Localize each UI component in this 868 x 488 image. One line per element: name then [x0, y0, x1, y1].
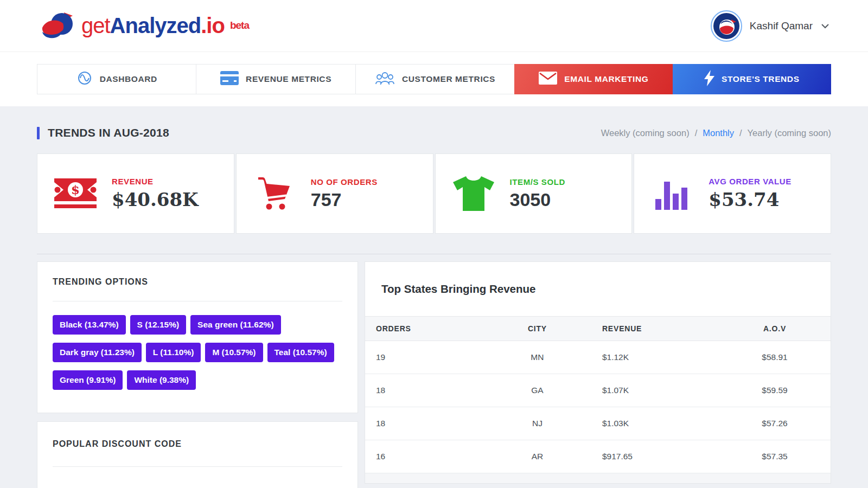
stat-value: 3050	[510, 189, 565, 210]
table-row: 18 NJ $1.03K $57.26	[365, 407, 831, 440]
wordmark-io: .io	[201, 14, 225, 38]
col-aov: A.O.V	[719, 317, 831, 341]
trending-options-title: TRENDING OPTIONS	[53, 277, 342, 287]
beta-badge: beta	[230, 20, 249, 31]
wordmark: getAnalyzed.io beta	[81, 14, 249, 38]
users-icon	[375, 71, 395, 88]
stat-label: AVG ORDER VALUE	[709, 177, 792, 186]
app-logo[interactable]: getAnalyzed.io beta	[40, 10, 249, 42]
cell-revenue: $1.12K	[598, 341, 719, 374]
popular-discount-card: POPULAR DISCOUNT CODE	[37, 421, 358, 488]
period-switcher: Weekly (coming soon) / Monthly / Yearly …	[601, 128, 831, 138]
tab-label: CUSTOMER METRICS	[402, 74, 495, 84]
cell-revenue: $1.03K	[598, 407, 719, 440]
tab-email-marketing[interactable]: EMAIL MARKETING	[514, 64, 673, 94]
nav-band: DASHBOARD REVENUE METRICS	[0, 52, 868, 106]
col-revenue: REVENUE	[598, 317, 719, 341]
user-menu[interactable]: Kashif Qamar	[711, 10, 829, 42]
trending-tag: Sea green (11.62%)	[190, 315, 280, 335]
nav-tabs: DASHBOARD REVENUE METRICS	[37, 64, 831, 94]
table-row-partial	[365, 473, 831, 483]
stat-label: REVENUE	[112, 177, 199, 186]
page-title-text: TRENDS IN AUG-2018	[48, 126, 169, 139]
period-separator: /	[739, 128, 742, 138]
stat-card-aov: AVG ORDER VALUE $53.74	[634, 153, 831, 234]
col-orders: ORDERS	[365, 317, 477, 341]
trending-tag: Dark gray (11.23%)	[53, 343, 142, 362]
stat-label: ITEM/S SOLD	[510, 177, 565, 187]
trending-options-card: TRENDING OPTIONS Black (13.47%) S (12.15…	[37, 261, 358, 413]
popular-discount-title: POPULAR DISCOUNT CODE	[53, 439, 342, 449]
cell-aov: $59.59	[719, 374, 831, 407]
trending-tags: Black (13.47%) S (12.15%) Sea green (11.…	[53, 315, 342, 390]
cell-city: AR	[477, 440, 598, 473]
table-row: 19 MN $1.12K $58.91	[365, 341, 831, 374]
app-header: getAnalyzed.io beta Kashif Qamar	[0, 0, 868, 52]
tab-label: REVENUE METRICS	[246, 74, 331, 84]
cell-city: NJ	[477, 407, 598, 440]
tab-stores-trends[interactable]: STORE'S TRENDS	[673, 64, 831, 94]
period-yearly[interactable]: Yearly (coming soon)	[748, 128, 831, 138]
wordmark-analyzed: Analyzed	[110, 14, 201, 38]
trending-tag: White (9.38%)	[127, 370, 196, 390]
panel-divider	[53, 466, 342, 467]
right-column: Top States Bringing Revenue ORDERS CITY …	[365, 261, 831, 484]
section-divider	[37, 254, 831, 254]
pulse-icon	[76, 70, 93, 88]
tab-label: EMAIL MARKETING	[564, 74, 648, 84]
main-content: TRENDS IN AUG-2018 Weekly (coming soon) …	[0, 126, 868, 488]
top-states-title-wrap: Top States Bringing Revenue	[365, 262, 831, 316]
top-states-title: Top States Bringing Revenue	[381, 282, 535, 296]
stat-value: 757	[311, 189, 378, 210]
envelope-icon	[539, 72, 557, 87]
cell-orders: 18	[365, 407, 477, 440]
tshirt-icon	[450, 175, 497, 212]
tab-dashboard[interactable]: DASHBOARD	[37, 64, 196, 94]
tab-revenue-metrics[interactable]: REVENUE METRICS	[196, 64, 355, 94]
period-monthly[interactable]: Monthly	[703, 128, 734, 138]
cell-orders: 16	[365, 440, 477, 473]
stat-label: NO OF ORDERS	[311, 177, 378, 187]
trending-tag: Green (9.91%)	[53, 370, 123, 390]
cell-revenue: $1.07K	[598, 374, 719, 407]
stat-card-items-sold: ITEM/S SOLD 3050	[435, 153, 633, 234]
left-column: TRENDING OPTIONS Black (13.47%) S (12.15…	[37, 261, 358, 488]
page-title: TRENDS IN AUG-2018	[37, 126, 169, 139]
trending-tag: Teal (10.57%)	[267, 343, 334, 362]
stat-value: $53.74	[709, 189, 792, 210]
user-name: Kashif Qamar	[750, 20, 813, 32]
stat-value: $40.68K	[112, 189, 199, 210]
tab-customer-metrics[interactable]: CUSTOMER METRICS	[355, 64, 515, 94]
cell-city: GA	[477, 374, 598, 407]
tab-label: STORE'S TRENDS	[722, 74, 800, 84]
tab-label: DASHBOARD	[100, 74, 157, 84]
trending-tag: L (11.10%)	[146, 343, 201, 362]
cell-aov: $57.35	[719, 440, 831, 473]
trending-tag: Black (13.47%)	[53, 315, 126, 335]
stat-cards: $ REVENUE $40.68K	[37, 153, 831, 234]
avatar	[711, 10, 742, 42]
top-states-card: Top States Bringing Revenue ORDERS CITY …	[365, 261, 831, 484]
table-row: 18 GA $1.07K $59.59	[365, 374, 831, 407]
bird-logo-icon	[40, 10, 74, 42]
money-bill-icon: $	[52, 176, 99, 211]
trends-header-row: TRENDS IN AUG-2018 Weekly (coming soon) …	[37, 126, 831, 139]
cell-aov: $57.26	[719, 407, 831, 440]
title-accent-bar	[37, 127, 40, 139]
table-row: 16 AR $917.65 $57.35	[365, 440, 831, 473]
trending-tag: M (10.57%)	[205, 343, 263, 362]
cell-orders: 18	[365, 374, 477, 407]
bolt-icon	[704, 70, 714, 88]
panel-divider	[53, 301, 342, 301]
cell-city: MN	[477, 341, 598, 374]
cell-orders: 19	[365, 341, 477, 374]
chevron-down-icon	[821, 21, 829, 31]
stat-card-orders: NO OF ORDERS 757	[236, 153, 433, 234]
lower-panels: TRENDING OPTIONS Black (13.47%) S (12.15…	[37, 261, 831, 488]
cell-revenue: $917.65	[598, 440, 719, 473]
table-header-row: ORDERS CITY REVENUE A.O.V	[365, 317, 831, 341]
wordmark-get: get	[81, 14, 110, 38]
col-city: CITY	[477, 317, 598, 341]
period-weekly[interactable]: Weekly (coming soon)	[601, 128, 690, 138]
bar-chart-icon	[649, 177, 695, 210]
